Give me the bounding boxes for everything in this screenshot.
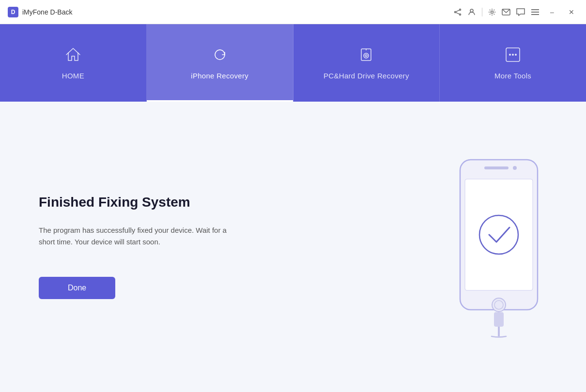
- svg-line-4: [456, 12, 459, 14]
- chat-icon[interactable]: [516, 8, 525, 16]
- svg-point-6: [491, 11, 493, 13]
- user-icon[interactable]: [467, 8, 476, 16]
- app-logo: D: [8, 7, 18, 17]
- nav-label-more-tools: More Tools: [494, 72, 531, 80]
- minimize-button[interactable]: –: [545, 5, 559, 19]
- app-name: iMyFone D-Back: [22, 8, 72, 16]
- svg-point-23: [492, 298, 506, 312]
- done-button[interactable]: Done: [39, 277, 115, 299]
- nav-label-iphone-recovery: iPhone Recovery: [191, 72, 248, 80]
- svg-point-5: [470, 9, 473, 12]
- menu-icon[interactable]: [531, 9, 540, 15]
- pc-recovery-icon: [357, 46, 375, 66]
- page-description: The program has successfully fixed your …: [39, 225, 232, 248]
- svg-point-0: [460, 9, 461, 10]
- svg-point-22: [513, 166, 517, 170]
- nav-item-iphone-recovery[interactable]: iPhone Recovery: [147, 24, 293, 102]
- iphone-recovery-icon: [211, 46, 229, 66]
- phone-svg: [450, 155, 547, 339]
- svg-point-17: [512, 54, 514, 56]
- more-tools-icon: [504, 46, 522, 66]
- nav-item-home[interactable]: HOME: [0, 24, 147, 102]
- nav-label-pc-recovery: PC&Hard Drive Recovery: [324, 72, 409, 80]
- title-bar-right: – ✕: [454, 5, 578, 19]
- separator: [482, 8, 482, 16]
- mail-icon[interactable]: [502, 9, 510, 15]
- home-icon: [64, 46, 82, 66]
- title-bar-left: D iMyFone D-Back: [8, 7, 72, 17]
- share-icon[interactable]: [454, 8, 462, 16]
- settings-icon[interactable]: [488, 8, 496, 16]
- svg-point-13: [365, 55, 367, 57]
- svg-rect-20: [465, 179, 533, 290]
- nav-bar: HOME iPhone Recovery PC&Hard Drive Recov…: [0, 24, 586, 102]
- svg-point-12: [364, 53, 369, 58]
- phone-illustration: [450, 155, 547, 339]
- svg-line-3: [456, 10, 459, 11]
- svg-point-2: [460, 14, 461, 15]
- close-button[interactable]: ✕: [565, 5, 578, 19]
- nav-label-home: HOME: [62, 72, 84, 80]
- svg-rect-26: [494, 312, 504, 327]
- title-bar: D iMyFone D-Back: [0, 0, 586, 24]
- page-title: Finished Fixing System: [39, 195, 431, 210]
- content-left: Finished Fixing System The program has s…: [39, 195, 450, 299]
- svg-point-18: [515, 54, 517, 56]
- nav-item-pc-recovery[interactable]: PC&Hard Drive Recovery: [293, 24, 440, 102]
- svg-point-1: [455, 11, 456, 13]
- svg-point-16: [509, 54, 511, 56]
- nav-item-more-tools[interactable]: More Tools: [440, 24, 586, 102]
- main-content: Finished Fixing System The program has s…: [0, 102, 586, 392]
- content-inner: Finished Fixing System The program has s…: [39, 155, 547, 339]
- svg-rect-21: [484, 166, 509, 169]
